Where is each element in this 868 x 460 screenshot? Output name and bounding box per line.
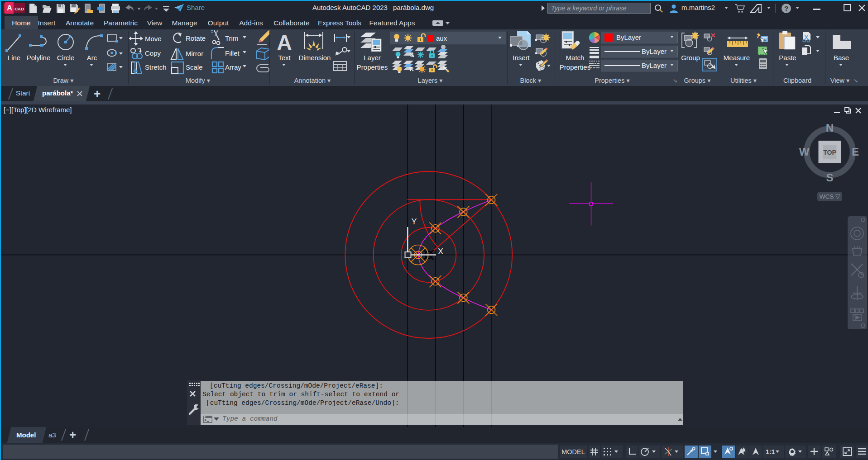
svg-text:X: X (438, 247, 443, 256)
svg-text:CAD: CAD (14, 6, 24, 11)
svg-text:S: S (826, 171, 833, 184)
svg-text:Y: Y (412, 217, 417, 226)
svg-text:TOP: TOP (823, 149, 836, 156)
svg-text:W: W (799, 146, 810, 158)
svg-text:N: N (826, 123, 834, 134)
svg-text:E: E (852, 146, 859, 158)
svg-text:A: A (7, 4, 12, 12)
svg-text:A: A (277, 31, 292, 54)
